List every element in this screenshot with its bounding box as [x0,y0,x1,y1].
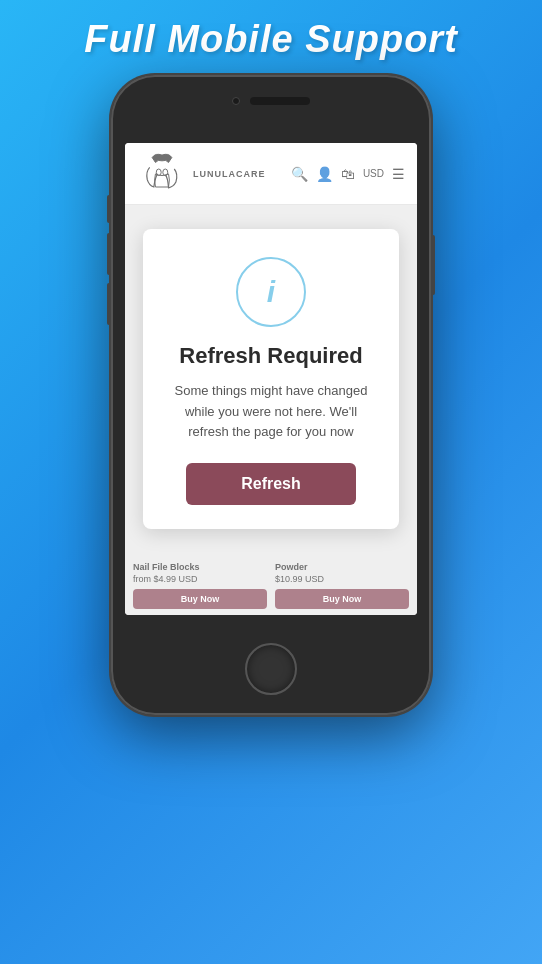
phone-body: LUNULACARE 🔍 👤 🛍 USD ☰ i Refresh Require… [111,75,431,715]
header-title: Full Mobile Support [84,18,458,60]
page-header: Full Mobile Support [74,0,468,75]
volume-silent-button [107,195,111,223]
modal-title: Refresh Required [165,343,378,369]
info-icon: i [267,275,275,309]
power-button [431,235,435,295]
phone-speaker [250,97,310,105]
home-button[interactable] [245,643,297,695]
phone-device: LUNULACARE 🔍 👤 🛍 USD ☰ i Refresh Require… [111,75,431,715]
phone-screen: LUNULACARE 🔍 👤 🛍 USD ☰ i Refresh Require… [125,143,417,615]
modal-overlay: i Refresh Required Some things might hav… [125,143,417,615]
modal-message: Some things might have changed while you… [165,381,378,443]
volume-up-button [107,233,111,275]
refresh-modal: i Refresh Required Some things might hav… [143,229,400,529]
phone-top-bar [232,97,310,105]
volume-down-button [107,283,111,325]
front-camera [232,97,240,105]
info-icon-circle: i [236,257,306,327]
refresh-button[interactable]: Refresh [186,463,356,505]
